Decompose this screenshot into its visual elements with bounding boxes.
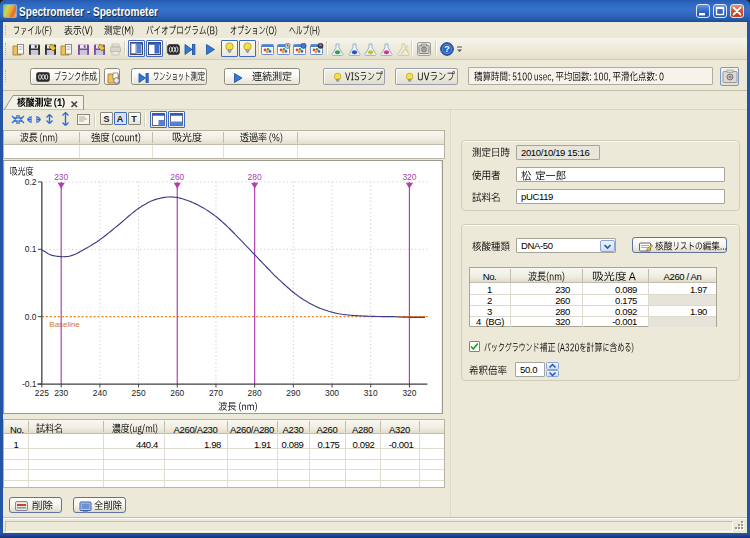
svg-text:320: 320	[402, 172, 416, 182]
svg-text:Baseline: Baseline	[49, 320, 80, 329]
svg-text:280: 280	[248, 172, 262, 182]
svg-text:290: 290	[286, 388, 300, 398]
svg-text:270: 270	[209, 388, 223, 398]
svg-text:-0.1: -0.1	[22, 379, 37, 389]
svg-text:0.0: 0.0	[25, 312, 37, 322]
svg-text:230: 230	[54, 172, 68, 182]
svg-text:320: 320	[402, 388, 416, 398]
svg-text:280: 280	[248, 388, 262, 398]
svg-text:0.2: 0.2	[25, 177, 37, 187]
svg-text:250: 250	[132, 388, 146, 398]
svg-text:?: ?	[444, 44, 450, 54]
svg-text:260: 260	[170, 172, 184, 182]
svg-text:300: 300	[325, 388, 339, 398]
svg-text:310: 310	[364, 388, 378, 398]
svg-text:230: 230	[54, 388, 68, 398]
svg-text:240: 240	[93, 388, 107, 398]
svg-text:0.1: 0.1	[25, 244, 37, 254]
svg-text:225: 225	[35, 388, 49, 398]
svg-text:260: 260	[170, 388, 184, 398]
